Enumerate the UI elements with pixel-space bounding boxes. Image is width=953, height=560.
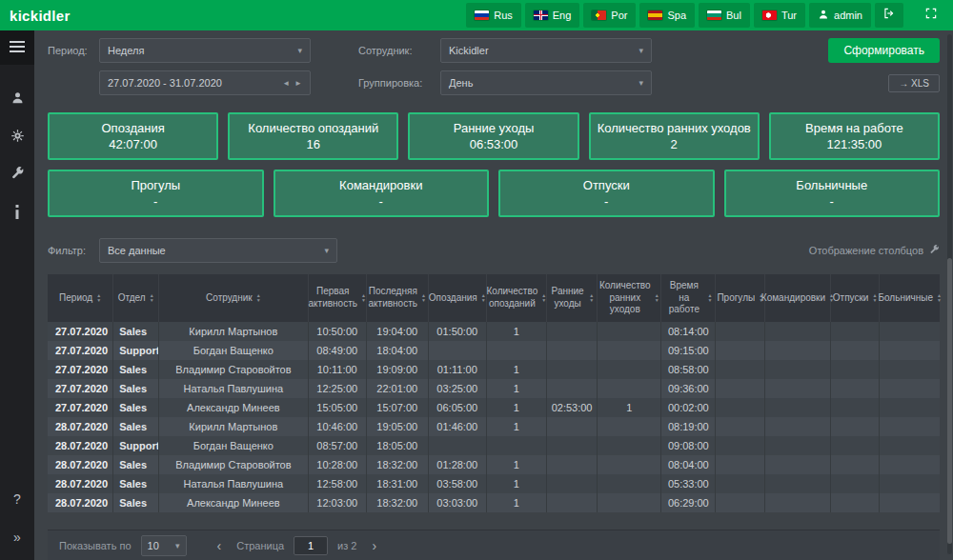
column-header[interactable]: Последняя активность	[366, 274, 428, 322]
column-header[interactable]: Командировки	[765, 274, 831, 322]
table-cell: 1	[486, 379, 546, 398]
table-row[interactable]: 28.07.2020SalesКирилл Мартынов10:46:0019…	[48, 417, 940, 436]
table-cell	[765, 493, 831, 512]
table-cell: Support	[113, 341, 159, 360]
date-range-field[interactable]: 27.07.2020 - 31.07.2020	[99, 70, 311, 95]
table-row[interactable]: 28.07.2020SalesНаталья Павлушина12:58:00…	[48, 474, 940, 493]
column-header[interactable]: Больничные	[880, 274, 940, 322]
sort-icon[interactable]	[872, 293, 877, 302]
language-button-ru[interactable]: Rus	[466, 3, 521, 28]
sort-icon[interactable]	[937, 293, 942, 302]
column-header-label: Ранние уходы	[550, 286, 586, 310]
user-menu-button[interactable]: admin	[809, 3, 871, 28]
language-button-tr[interactable]: Tur	[754, 3, 805, 28]
column-header[interactable]: Период	[48, 274, 113, 322]
table-cell: 18:32:00	[366, 455, 428, 474]
sort-icon[interactable]	[256, 293, 261, 302]
table-row[interactable]: 28.07.2020SalesВладимир Старовойтов10:28…	[48, 455, 940, 474]
tr-flag-icon	[762, 10, 777, 20]
column-header[interactable]: Сотрудник	[159, 274, 309, 322]
summary-card-title: Отпуски	[583, 178, 630, 192]
table-row[interactable]: 27.07.2020SalesКирилл Мартынов10:50:0019…	[48, 322, 940, 341]
collapse-sidebar-button[interactable]: »	[0, 518, 34, 556]
table-row[interactable]: 28.07.2020SalesАлександр Минеев12:03:001…	[48, 493, 940, 512]
grouping-select[interactable]: День	[440, 70, 652, 95]
sort-icon[interactable]	[421, 293, 426, 302]
sort-icon[interactable]	[481, 293, 486, 302]
table-row[interactable]: 27.07.2020SalesВладимир Старовойтов10:11…	[48, 360, 940, 379]
generate-report-button[interactable]: Сформировать	[828, 38, 940, 63]
logout-icon	[882, 7, 896, 24]
fullscreen-button[interactable]	[917, 3, 945, 28]
table-cell	[486, 341, 546, 360]
employee-select[interactable]: Kickidler	[440, 38, 652, 63]
summary-card-value: 2	[671, 137, 678, 151]
summary-card: Ранние уходы06:53:00	[408, 112, 578, 160]
next-page-button[interactable]	[366, 538, 382, 553]
table-cell: Наталья Павлушина	[159, 379, 309, 398]
next-date-arrow[interactable]	[294, 79, 302, 88]
data-filter-select[interactable]: Все данные	[99, 238, 337, 263]
table-cell: Кирилл Мартынов	[159, 322, 309, 341]
table-row[interactable]: 27.07.2020SalesАлександр Минеев15:05:001…	[48, 398, 940, 417]
help-button[interactable]: ?	[0, 480, 34, 518]
table-cell: 1	[486, 322, 546, 341]
column-header[interactable]: Опоздания	[428, 274, 486, 322]
column-header[interactable]: Первая активность	[308, 274, 366, 322]
chevron-down-icon	[639, 78, 643, 88]
prev-page-button[interactable]	[212, 538, 228, 553]
column-header[interactable]: Время на работе	[661, 274, 716, 322]
summary-card-title: Количество опозданий	[248, 121, 378, 135]
language-button-en[interactable]: Eng	[525, 3, 580, 28]
table-cell	[716, 436, 765, 455]
table-cell	[880, 341, 940, 360]
table-cell	[546, 436, 597, 455]
table-cell	[598, 474, 661, 493]
prev-date-arrow[interactable]	[282, 79, 290, 88]
sort-icon[interactable]	[708, 293, 713, 302]
sidebar-item-info[interactable]	[0, 192, 34, 230]
sort-icon[interactable]	[361, 293, 366, 302]
table-cell: Богдан Ващенко	[159, 436, 309, 455]
column-header[interactable]: Прогулы	[716, 274, 765, 322]
language-button-pt[interactable]: Por	[583, 3, 636, 28]
column-header[interactable]: Количество опозданий	[486, 274, 546, 322]
language-button-es[interactable]: Spa	[639, 3, 695, 28]
table-cell: 27.07.2020	[48, 322, 113, 341]
page-size-select[interactable]: 10	[141, 535, 187, 556]
sort-icon[interactable]	[150, 293, 154, 302]
column-header[interactable]: Отдел	[113, 274, 159, 322]
logout-button[interactable]	[875, 3, 903, 28]
table-row[interactable]: 27.07.2020SupportБогдан Ващенко08:49:001…	[48, 341, 940, 360]
scrollbar-thumb[interactable]	[947, 258, 952, 544]
table-cell	[830, 493, 880, 512]
scrollbar[interactable]	[947, 34, 952, 554]
column-settings-button[interactable]: Отображение столбцов	[809, 245, 940, 257]
table-cell: 09:08:00	[661, 436, 716, 455]
table-cell: 02:53:00	[546, 398, 597, 417]
summary-card-value: 42:07:00	[109, 137, 157, 151]
sidebar-item-reports[interactable]	[0, 154, 34, 192]
sidebar-item-settings[interactable]	[0, 116, 34, 154]
gears-icon	[10, 129, 25, 143]
sort-icon[interactable]	[96, 293, 101, 302]
sort-icon[interactable]	[541, 293, 546, 302]
column-header[interactable]: Отпуски	[830, 274, 880, 322]
sort-icon[interactable]	[655, 293, 659, 302]
page-number-input[interactable]	[294, 536, 328, 555]
column-header[interactable]: Количество ранних уходов	[598, 274, 661, 322]
table-row[interactable]: 27.07.2020SalesНаталья Павлушина12:25:00…	[48, 379, 940, 398]
table-row[interactable]: 28.07.2020SupportБогдан Ващенко08:57:001…	[48, 436, 940, 455]
menu-toggle-button[interactable]	[0, 30, 34, 65]
sidebar-item-employees[interactable]	[0, 78, 34, 116]
table-cell	[598, 436, 661, 455]
summary-row-2: Прогулы-Командировки-Отпуски-Больничные-	[48, 170, 940, 217]
language-button-bg[interactable]: Bul	[699, 3, 750, 28]
sort-icon[interactable]	[589, 293, 594, 302]
table-cell: 01:11:00	[428, 360, 486, 379]
period-select[interactable]: Неделя	[99, 38, 311, 63]
column-header[interactable]: Ранние уходы	[546, 274, 597, 322]
export-xls-button[interactable]: → XLS	[888, 74, 940, 92]
summary-card: Количество опозданий16	[228, 112, 398, 160]
table-cell	[765, 322, 831, 341]
